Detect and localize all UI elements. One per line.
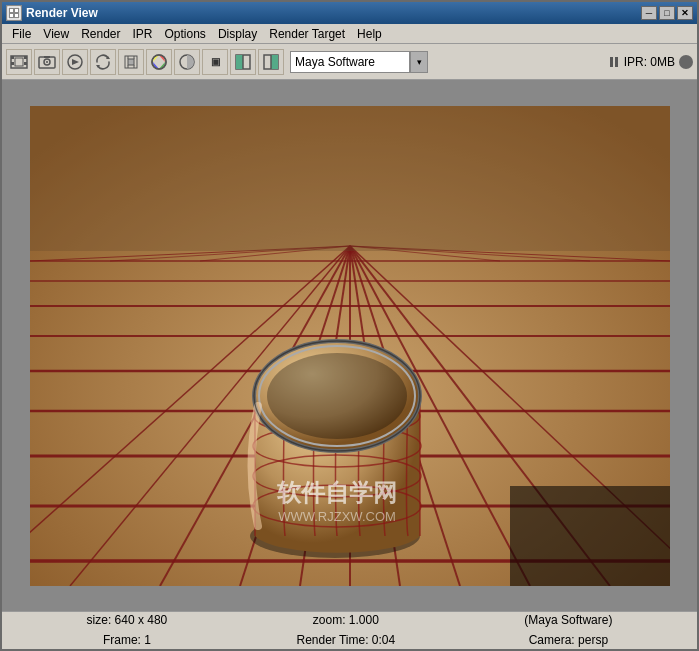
svg-point-14 [46, 61, 48, 63]
status-zoom: zoom: 1.000 [296, 611, 395, 630]
title-bar-controls: ─ □ ✕ [641, 6, 693, 20]
svg-rect-7 [11, 62, 14, 65]
menu-render[interactable]: Render [75, 25, 126, 43]
ipr-render-button[interactable] [62, 49, 88, 75]
menu-render-target[interactable]: Render Target [263, 25, 351, 43]
svg-text:WWW.RJZXW.COM: WWW.RJZXW.COM [278, 509, 396, 524]
render-canvas: 软件自学网 WWW.RJZXW.COM [30, 106, 670, 586]
svg-rect-0 [8, 7, 20, 19]
toolbar: ▣ Maya Software ▾ [2, 44, 697, 80]
svg-rect-58 [510, 486, 670, 586]
compare-right-button[interactable] [258, 49, 284, 75]
window-icon [6, 5, 22, 21]
renderer-selector: Maya Software ▾ [290, 51, 428, 73]
renderer-dropdown-arrow[interactable]: ▾ [410, 51, 428, 73]
color-wheel-button[interactable] [146, 49, 172, 75]
ipr-status-circle [679, 55, 693, 69]
render-view-window: Render View ─ □ ✕ File View Render IPR O… [0, 0, 699, 651]
menu-bar: File View Render IPR Options Display Ren… [2, 24, 697, 44]
status-frame: Frame: 1 [87, 631, 168, 650]
ipr-status: IPR: 0MB [608, 55, 693, 69]
svg-rect-2 [15, 9, 18, 12]
svg-rect-71 [30, 106, 670, 251]
svg-rect-8 [24, 56, 27, 59]
svg-point-25 [152, 55, 166, 69]
renderer-label: Maya Software [295, 55, 375, 69]
svg-rect-1 [10, 9, 13, 12]
svg-rect-9 [24, 62, 27, 65]
renderer-dropdown[interactable]: Maya Software [290, 51, 410, 73]
svg-rect-13 [44, 56, 50, 58]
render-scene: 软件自学网 WWW.RJZXW.COM [30, 106, 670, 586]
svg-rect-4 [15, 14, 18, 17]
compare-left-button[interactable] [230, 49, 256, 75]
svg-text:软件自学网: 软件自学网 [276, 479, 397, 506]
status-size-frame: size: 640 x 480 Frame: 1 [87, 611, 168, 649]
svg-rect-19 [128, 59, 134, 65]
svg-rect-6 [11, 56, 14, 59]
title-bar: Render View ─ □ ✕ [2, 2, 697, 24]
svg-rect-10 [15, 58, 23, 66]
menu-ipr[interactable]: IPR [127, 25, 159, 43]
zoom-label: ▣ [211, 56, 220, 67]
film-strip-button[interactable] [6, 49, 32, 75]
status-zoom-time: zoom: 1.000 Render Time: 0:04 [296, 611, 395, 649]
mono-toggle-button[interactable] [174, 49, 200, 75]
render-area: 软件自学网 WWW.RJZXW.COM [2, 80, 697, 611]
menu-file[interactable]: File [6, 25, 37, 43]
close-button[interactable]: ✕ [677, 6, 693, 20]
status-renderer: (Maya Software) [524, 611, 612, 630]
menu-view[interactable]: View [37, 25, 75, 43]
window-title: Render View [26, 6, 98, 20]
menu-display[interactable]: Display [212, 25, 263, 43]
minimize-button[interactable]: ─ [641, 6, 657, 20]
pause-bar-right [615, 57, 618, 67]
status-render-time: Render Time: 0:04 [296, 631, 395, 650]
maximize-button[interactable]: □ [659, 6, 675, 20]
status-bar: size: 640 x 480 Frame: 1 zoom: 1.000 Ren… [2, 611, 697, 649]
status-renderer-camera: (Maya Software) Camera: persp [524, 611, 612, 649]
snapshot-button[interactable] [34, 49, 60, 75]
ipr-memory-label: IPR: 0MB [624, 55, 675, 69]
dropdown-arrow-icon: ▾ [417, 57, 422, 67]
menu-help[interactable]: Help [351, 25, 388, 43]
region-button[interactable] [118, 49, 144, 75]
svg-rect-3 [10, 14, 13, 17]
ipr-pause-icon [608, 56, 620, 68]
status-size: size: 640 x 480 [87, 611, 168, 630]
menu-options[interactable]: Options [159, 25, 212, 43]
status-camera: Camera: persp [524, 631, 612, 650]
title-bar-left: Render View [6, 5, 98, 21]
zoom-1-1-button[interactable]: ▣ [202, 49, 228, 75]
pause-bar-left [610, 57, 613, 67]
svg-point-67 [267, 353, 407, 439]
refresh-button[interactable] [90, 49, 116, 75]
